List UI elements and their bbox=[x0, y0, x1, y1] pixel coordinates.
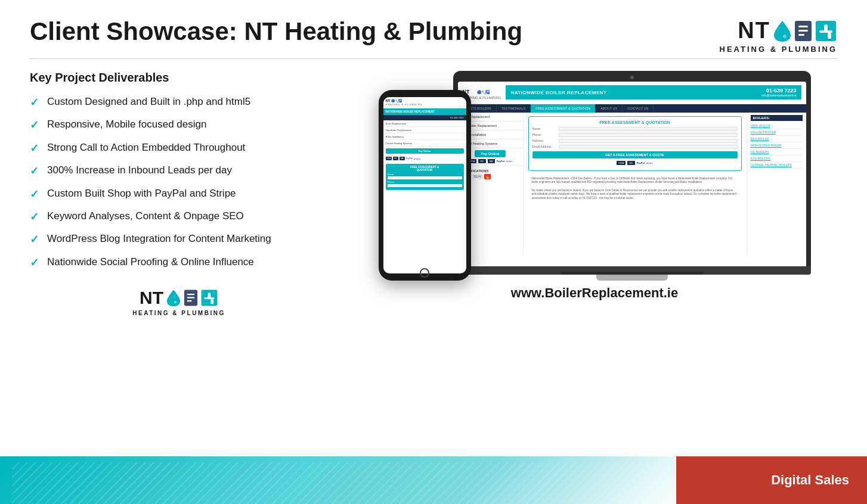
boiler-item-worcester[interactable]: WORCESTER BOILER bbox=[751, 142, 803, 149]
phone-pay-button[interactable]: Pay Online bbox=[386, 148, 464, 154]
laptop-base bbox=[453, 266, 811, 275]
bottom-bar: Digital Sales bbox=[0, 456, 867, 504]
bottom-droplet-icon bbox=[166, 289, 181, 307]
phone-mockup: NT 🔵🔧🚰 HEATING & PLUMBING NATIONWIDE BOI… bbox=[379, 90, 471, 281]
devices-area: NT 🔵🔧🚰 HEATING & PLUMBING NATIONWIDE BOI… bbox=[352, 71, 837, 281]
get-quote-button[interactable]: GET A FREE ASSESSMENT & QUOTE bbox=[532, 151, 738, 158]
svg-rect-13 bbox=[187, 300, 192, 301]
boilers-title: BOILERS: bbox=[751, 115, 803, 121]
boiler-item-vaillant[interactable]: VAILLANT BOILER bbox=[751, 129, 803, 136]
boiler-item-oil[interactable]: OIL BOILERS bbox=[751, 149, 803, 155]
svg-rect-8 bbox=[828, 33, 831, 39]
form-stripe: stripe bbox=[646, 161, 653, 164]
site-phone: 01-539 7223 bbox=[761, 88, 796, 94]
svg-rect-3 bbox=[798, 30, 808, 32]
form-field-phone: Phone: bbox=[532, 133, 738, 137]
tap-icon bbox=[815, 20, 837, 42]
nav-item-free-assessment[interactable]: FREE ASSESSMENT & QUOTATION bbox=[531, 104, 596, 113]
check-icon: ✓ bbox=[30, 119, 39, 132]
boilers-sidebar: BOILERS: OMNI BOILER VAILLANT BOILER BAX… bbox=[747, 113, 806, 256]
svg-rect-4 bbox=[798, 34, 804, 36]
svg-rect-2 bbox=[798, 26, 808, 27]
list-item: ✓ Custom Designed and Built in .php and … bbox=[30, 95, 328, 110]
bottom-logo-subtitle: HEATING & PLUMBING bbox=[132, 310, 225, 316]
boiler-item-baxi[interactable]: BAXI BOILER bbox=[751, 136, 803, 142]
phone-input[interactable] bbox=[559, 133, 738, 137]
site-email: info@boilerreplacement.ie bbox=[761, 94, 796, 97]
laptop-mockup: NT 🔵🔧🚰 HEATING & PLUMBING NATIONWIDE BOI… bbox=[453, 71, 811, 281]
mastercard-icon: MC bbox=[393, 157, 398, 160]
phone-label: Phone: bbox=[532, 133, 556, 136]
site-body: Boiler Replacement Gas Boiler Replacemen… bbox=[458, 113, 806, 256]
phone-screen: NT 🔵🔧🚰 HEATING & PLUMBING NATIONWIDE BOI… bbox=[383, 97, 466, 273]
list-item: ✓ Custom Built Shop with PayPal and Stri… bbox=[30, 187, 328, 201]
deliverable-text: 300% Increase in Inbound Leads per day bbox=[47, 164, 232, 177]
phone-menu-item: Gas Boiler Replacement bbox=[383, 127, 466, 133]
logo-icons bbox=[773, 20, 837, 42]
phone-payment-icons: VISA MC MA PayPal stripe bbox=[383, 155, 466, 161]
bottom-bar-teal bbox=[0, 456, 676, 504]
site-description-2: No matter where you are based in Ireland… bbox=[528, 186, 742, 203]
boiler-item-central[interactable]: CENTRAL HEATING BOILERS bbox=[751, 162, 803, 169]
site-banner-title: NATIONWIDE BOILER REPLACEMENT bbox=[510, 90, 606, 95]
boiler-item-gas[interactable]: GAS BOILERS bbox=[751, 155, 803, 162]
form-visa: VISA bbox=[617, 161, 626, 165]
phone-menu-item: Boiler Installation bbox=[383, 133, 466, 140]
assessment-form: FREE ASSESSMENT & QUOTATION Name: Phone: bbox=[528, 116, 742, 171]
company-logo-area: NT bbox=[720, 18, 837, 54]
check-icon: ✓ bbox=[30, 96, 39, 110]
site-top-banner: NATIONWIDE BOILER REPLACEMENT 01-539 722… bbox=[506, 85, 801, 99]
deliverable-text: Strong Call to Action Embedded Throughou… bbox=[47, 141, 245, 154]
check-icon: ✓ bbox=[30, 210, 39, 224]
site-contact-info: 01-539 7223 info@boilerreplacement.ie bbox=[761, 88, 796, 97]
phone-form-title: FREE ASSESSMENT &QUOTATION bbox=[388, 166, 462, 172]
svg-rect-12 bbox=[187, 297, 195, 298]
nav-item-about[interactable]: ABOUT US bbox=[596, 104, 623, 113]
droplet-icon bbox=[773, 20, 792, 42]
deliverable-text: Nationwide Social Proofing & Online Infl… bbox=[47, 256, 254, 269]
site-main-content: FREE ASSESSMENT & QUOTATION Name: Phone: bbox=[524, 113, 747, 256]
pay-online-button[interactable]: Pay Online bbox=[475, 150, 505, 157]
form-field-email: Email Address: bbox=[532, 145, 738, 149]
phone-nav: 01-539 7223 bbox=[383, 115, 466, 120]
content-columns: Key Project Deliverables ✓ Custom Design… bbox=[30, 71, 837, 316]
header-divider bbox=[30, 58, 837, 59]
cert-gas: 🔥 bbox=[484, 174, 491, 179]
website-url[interactable]: www.BoilerReplacement.ie bbox=[511, 285, 678, 301]
form-paypal: PayPal bbox=[637, 161, 645, 164]
svg-rect-7 bbox=[824, 24, 828, 32]
nt-logo-text: NT bbox=[738, 18, 770, 43]
mc-icon: MC bbox=[478, 159, 485, 163]
form-title: FREE ASSESSMENT & QUOTATION bbox=[532, 120, 738, 125]
email-label: Email Address: bbox=[532, 145, 556, 148]
name-input[interactable] bbox=[559, 127, 738, 131]
nav-item-contact[interactable]: CONTACT US bbox=[623, 104, 654, 113]
email-input[interactable] bbox=[559, 145, 738, 149]
check-icon: ✓ bbox=[30, 256, 39, 270]
list-item: ✓ Strong Call to Action Embedded Through… bbox=[30, 141, 328, 155]
laptop-screen: NT 🔵🔧🚰 HEATING & PLUMBING NATIONWIDE BOI… bbox=[458, 82, 806, 266]
visa-icon: VISA bbox=[386, 157, 392, 160]
laptop-screen-outer: NT 🔵🔧🚰 HEATING & PLUMBING NATIONWIDE BOI… bbox=[453, 71, 811, 266]
list-item: ✓ Nationwide Social Proofing & Online In… bbox=[30, 256, 328, 270]
check-icon: ✓ bbox=[30, 188, 39, 201]
right-column: NT 🔵🔧🚰 HEATING & PLUMBING NATIONWIDE BOI… bbox=[352, 71, 837, 316]
bottom-bar-red: Digital Sales bbox=[676, 456, 867, 504]
laptop-camera bbox=[630, 76, 634, 79]
deliverable-text: Responsive, Mobile focused design bbox=[47, 118, 206, 131]
bottom-logo: NT bbox=[30, 288, 328, 316]
nav-item-testimonials[interactable]: TESTIMONIALS bbox=[497, 104, 531, 113]
form-mc: MC bbox=[627, 161, 634, 165]
list-item: ✓ Responsive, Mobile focused design bbox=[30, 118, 328, 132]
address-input[interactable] bbox=[559, 139, 738, 143]
site-description-1: Nationwide Boiler Replacement - Oil & Ga… bbox=[528, 175, 742, 187]
phone-number: 01-539 7223 bbox=[450, 116, 463, 119]
list-item: ✓ WordPress Blog Integration for Content… bbox=[30, 232, 328, 247]
stripe-icon: stripe bbox=[414, 157, 420, 160]
maestro-icon: MA bbox=[488, 159, 495, 163]
page-title: Client Showcase: NT Heating & Plumbing bbox=[30, 18, 522, 45]
svg-point-0 bbox=[783, 35, 787, 38]
boiler-item-omni[interactable]: OMNI BOILER bbox=[751, 123, 803, 129]
wrench-icon bbox=[794, 20, 813, 42]
laptop-stand bbox=[596, 275, 668, 281]
